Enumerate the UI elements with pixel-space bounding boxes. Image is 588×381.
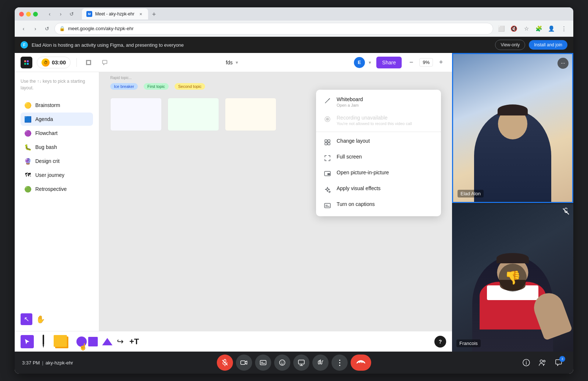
tab-close-button[interactable]: ✕ [138, 11, 144, 17]
menu-item-visual-effects[interactable]: Apply visual effects [316, 182, 441, 197]
menu-item-fullscreen[interactable]: Full screen [316, 150, 441, 166]
help-button[interactable]: ? [434, 336, 446, 348]
address-bar[interactable]: 🔒 meet.google.com/aky-hzpk-ehr [54, 23, 493, 35]
menu-item-captions[interactable]: Turn on captions [316, 197, 441, 213]
file-name: fds [226, 60, 233, 65]
cursor-tool-button[interactable] [21, 335, 34, 348]
extensions-icon[interactable]: 🧩 [534, 24, 544, 34]
svg-point-39 [544, 360, 545, 362]
close-button[interactable] [19, 12, 24, 17]
mute-icon[interactable]: 🔇 [509, 24, 519, 34]
canvas-workspace[interactable]: Rapid topic... Ice breaker First topic S… [99, 72, 452, 331]
figma-sidebar: Use the ↑↓ keys to pick a starting layou… [15, 72, 99, 331]
designcrit-icon: 🔮 [24, 157, 32, 165]
captions-title: Turn on captions [337, 201, 375, 207]
minimize-button[interactable] [26, 12, 31, 17]
end-call-button[interactable] [351, 355, 371, 371]
chat-button[interactable]: 3 [551, 355, 566, 370]
context-menu: Whiteboard Open a Jam [316, 90, 441, 216]
camera-button[interactable] [236, 355, 252, 371]
menu-item-change-layout[interactable]: Change layout [316, 134, 441, 150]
view-only-button[interactable]: View-only [495, 40, 525, 50]
toolbar-icons: ⬜ 🔇 ☆ 🧩 👤 ⋮ [496, 24, 569, 34]
avatar-dropdown[interactable]: ▼ [368, 60, 372, 65]
mic-button[interactable] [217, 355, 233, 371]
install-join-button[interactable]: Install and join [529, 40, 567, 50]
figma-area: ⏱ 03:00 [15, 53, 452, 352]
recording-icon [323, 115, 331, 123]
sticky-notes-tool[interactable] [53, 334, 74, 349]
active-tab[interactable]: M Meet - aky-hzpk-ehr ✕ [82, 8, 148, 19]
browser-window: ‹ › ↺ M Meet - aky-hzpk-ehr ✕ + ‹ › ↺ 🔒 … [15, 7, 573, 374]
svg-rect-7 [86, 64, 91, 65]
text-tool[interactable]: +T [129, 337, 139, 346]
svg-rect-26 [260, 360, 266, 365]
info-button[interactable] [519, 355, 534, 370]
sidebar-item-bugbash[interactable]: 🐛 Bug bash [21, 140, 93, 154]
menu-item-pip[interactable]: Open picture-in-picture [316, 166, 441, 182]
zoom-in-button[interactable]: + [436, 57, 446, 68]
back-button[interactable]: ‹ [45, 10, 54, 18]
share-button[interactable]: Share [376, 57, 402, 68]
frames-tool[interactable] [83, 57, 94, 68]
tab-bar: M Meet - aky-hzpk-ehr ✕ + [82, 8, 557, 19]
meet-bottom-bar: 3:37 PM | aky-hzpk-ehr [15, 352, 573, 374]
figma-menu-button[interactable] [21, 57, 32, 68]
captions-button[interactable] [255, 355, 271, 371]
timer-display: 03:00 [52, 59, 66, 65]
captions-icon [323, 202, 331, 210]
sidebar-item-brainstorm[interactable]: 🟡 Brainstorm [21, 99, 93, 112]
emoji-button[interactable] [274, 355, 290, 371]
svg-rect-16 [325, 203, 330, 208]
present-button[interactable] [293, 355, 309, 371]
svg-point-9 [326, 118, 329, 121]
sidebar-item-agenda[interactable]: 🟦 Agenda [21, 113, 93, 126]
people-button[interactable] [535, 355, 550, 370]
user-avatar[interactable]: E [354, 57, 365, 68]
triangle-tool[interactable] [102, 338, 112, 345]
new-tab-button[interactable]: + [149, 9, 159, 19]
file-name-area[interactable]: fds ▼ [226, 60, 239, 65]
hand-tool[interactable]: ✋ [35, 313, 46, 325]
elad-more-button[interactable]: ⋯ [557, 58, 569, 69]
toolbar-back[interactable]: ‹ [19, 24, 28, 33]
profile-icon[interactable]: 👤 [546, 24, 556, 34]
menu-item-whiteboard[interactable]: Whiteboard Open a Jam [316, 93, 441, 111]
url-text: meet.google.com/aky-hzpk-ehr [68, 26, 133, 31]
video-panel: ⋯ Elad Alon [452, 53, 573, 352]
forward-button[interactable]: › [56, 10, 65, 18]
svg-rect-2 [24, 63, 26, 65]
bookmark-icon[interactable]: ☆ [521, 24, 531, 34]
timer-icon: ⏱ [42, 58, 50, 67]
sidebar-item-designcrit[interactable]: 🔮 Design crit [21, 154, 93, 168]
maximize-button[interactable] [33, 12, 38, 17]
toolbar-forward[interactable]: › [31, 24, 40, 33]
svg-rect-25 [241, 361, 245, 364]
figma-bottom-toolbar: ↪ +T ☝ ? [15, 331, 452, 352]
svg-rect-1 [27, 60, 29, 62]
video-feed-francois: 👎 Francois [452, 203, 573, 352]
more-options-button[interactable]: ⋮ [331, 355, 348, 371]
zoom-out-button[interactable]: − [406, 57, 416, 68]
pen-tool[interactable] [37, 333, 50, 350]
cast-icon[interactable]: ⬜ [496, 24, 506, 34]
svg-point-37 [526, 361, 527, 362]
separator-1 [76, 58, 77, 67]
menu-icon[interactable]: ⋮ [559, 24, 569, 34]
retrospective-icon: 🟢 [24, 185, 32, 193]
tag-ice-breaker: Ice breaker [110, 83, 138, 90]
toolbar-refresh[interactable]: ↺ [43, 24, 51, 33]
hand-cursor: ☝ [79, 343, 87, 351]
browser-toolbar: ‹ › ↺ 🔒 meet.google.com/aky-hzpk-ehr ⬜ 🔇… [15, 21, 573, 37]
sidebar-item-userjourney[interactable]: 🗺 User journey [21, 168, 93, 182]
comment-tool[interactable] [99, 57, 111, 68]
raise-hand-button[interactable] [312, 355, 329, 371]
arrow-tool[interactable]: ↪ [117, 337, 123, 346]
refresh-button[interactable]: ↺ [67, 10, 76, 18]
sidebar-item-retrospective[interactable]: 🟢 Retrospective [21, 182, 93, 196]
cursor-tool-active[interactable]: ↖ [21, 313, 32, 325]
zoom-level[interactable]: 9% [419, 58, 433, 67]
figma-timer[interactable]: ⏱ 03:00 [37, 57, 71, 68]
francois-name-label: Francois [456, 339, 481, 347]
sidebar-item-flowchart[interactable]: 🟣 Flowchart [21, 127, 93, 140]
